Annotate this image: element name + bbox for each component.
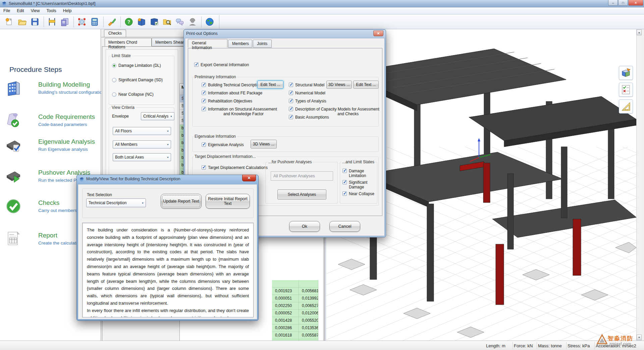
basic-assumptions-checkbox[interactable]: Basic Assumptions bbox=[289, 115, 329, 120]
table-row[interactable]: 0,0002860,013536 bbox=[272, 324, 318, 332]
radio-icon bbox=[112, 78, 116, 82]
table-cell: 0,005520 bbox=[299, 317, 318, 324]
check-circle-icon bbox=[6, 199, 21, 214]
sidebar-item-building-modelling[interactable]: Building Modelling Building's structural… bbox=[5, 80, 99, 104]
cancel-button[interactable]: Cancel bbox=[329, 221, 360, 232]
table-cell: 0,000286 bbox=[272, 324, 299, 332]
numerical-model-checkbox[interactable]: Numerical Model bbox=[289, 91, 325, 95]
radio-significant-damage[interactable]: Significant Damage (SD) bbox=[112, 78, 163, 82]
calculator-button[interactable] bbox=[89, 16, 101, 28]
open-file-button[interactable] bbox=[16, 16, 28, 28]
tab-members[interactable]: Members bbox=[228, 40, 252, 48]
help-button[interactable]: ? bbox=[123, 16, 135, 28]
feedback-button[interactable] bbox=[174, 16, 186, 28]
radio-near-collapse[interactable]: Near Collapse (NC) bbox=[112, 92, 154, 97]
website-button[interactable] bbox=[204, 16, 216, 28]
text-selection-combobox[interactable]: Technical Description ▼ bbox=[86, 199, 146, 207]
verification-button[interactable] bbox=[148, 16, 160, 28]
axes-combobox[interactable]: Both Local Axes ▼ bbox=[113, 153, 171, 161]
edit-text-button[interactable]: Edit Text ... bbox=[257, 81, 283, 89]
radio-selected-icon bbox=[112, 63, 116, 68]
paragraph: The building under consideration is a {N… bbox=[87, 226, 249, 307]
sidebar-item-code-requirements[interactable]: Code Requirements Code-based parameters bbox=[5, 113, 99, 137]
target-displacement-checkbox[interactable]: Target Displacement Calculations bbox=[202, 165, 268, 170]
frame-sections-button[interactable] bbox=[46, 16, 58, 28]
restore-initial-report-text-button[interactable]: Restore Initial Report Text bbox=[206, 194, 250, 209]
floors-combobox[interactable]: All Floors ▼ bbox=[113, 127, 171, 135]
minimize-button[interactable]: – bbox=[608, 0, 618, 6]
search-folder-button[interactable] bbox=[161, 16, 173, 28]
menu-tools[interactable]: Tools bbox=[43, 8, 60, 14]
menu-edit[interactable]: Edit bbox=[13, 8, 28, 14]
building-technical-description-checkbox[interactable]: Building Technical Description bbox=[202, 83, 261, 87]
close-button[interactable]: ✕ bbox=[628, 0, 643, 6]
significant-damage-checkbox[interactable]: Significant Damage bbox=[342, 180, 382, 189]
pushover-analyses-field[interactable]: All Pushover Analyses bbox=[271, 171, 333, 181]
table-row[interactable]: 0,0016180,005587 bbox=[272, 332, 318, 339]
orientation-tool-button[interactable] bbox=[619, 66, 633, 80]
target-displacement-label: Target Displacement Information... bbox=[194, 154, 257, 159]
save-button[interactable] bbox=[29, 16, 41, 28]
maximize-button[interactable]: □ bbox=[618, 0, 628, 6]
eigenvalue-3d-views-button[interactable]: 3D Views ... bbox=[251, 140, 277, 148]
select-analyses-button[interactable]: Select Analyses bbox=[277, 189, 326, 200]
building-pages-icon bbox=[60, 17, 69, 27]
damage-limitation-checkbox[interactable]: Damage Limitation bbox=[342, 169, 382, 178]
checked-checkbox-icon bbox=[342, 191, 347, 196]
radio-damage-limitation[interactable]: Damage Limitation (DL) bbox=[112, 63, 161, 68]
measure-tool-button[interactable] bbox=[619, 99, 633, 114]
capacity-models-checkbox[interactable]: Description of Capacity Models for Asses… bbox=[289, 107, 379, 112]
members-combobox[interactable]: All Members ▼ bbox=[113, 140, 171, 148]
checked-checkbox-icon bbox=[202, 99, 206, 103]
table-row[interactable]: 0,0014280,005520 bbox=[272, 317, 318, 324]
tab-checks[interactable]: Checks bbox=[104, 30, 126, 37]
menu-help[interactable]: Help bbox=[60, 8, 75, 14]
structural-3d-views-button[interactable]: 3D Views ... bbox=[326, 81, 352, 89]
export-general-checkbox[interactable]: Export General Information bbox=[194, 62, 249, 67]
table-row[interactable]: 0,0019230,005681 bbox=[272, 288, 318, 295]
structural-model-checkbox[interactable]: Structural Model bbox=[289, 83, 324, 87]
tab-members-chord-rotations[interactable]: Members Chord Rotations bbox=[105, 38, 152, 46]
fe-package-checkbox[interactable]: Information about FE Package bbox=[202, 91, 262, 95]
status-stress: Stress: kPa bbox=[568, 343, 590, 348]
table-cell: 0,006527 bbox=[299, 302, 318, 310]
eigenvalue-analysis-checkbox[interactable]: Eigenvalue Analysis bbox=[202, 142, 244, 147]
envelope-field[interactable]: Envelope bbox=[111, 112, 140, 120]
checked-checkbox-icon bbox=[342, 180, 347, 184]
sidebar-item-eigenvalue-analysis[interactable]: Eigenvalue Analysis Run Eigenvalue analy… bbox=[5, 137, 99, 162]
table-row[interactable]: 0,0022500,006527 bbox=[272, 302, 318, 310]
save-icon bbox=[30, 17, 40, 27]
table-row[interactable]: 0,0000520,012006 bbox=[272, 310, 318, 317]
3d-model-button[interactable] bbox=[76, 16, 88, 28]
building-modeller-button[interactable] bbox=[59, 16, 71, 28]
technical-description-textarea[interactable]: The building under consideration is a {N… bbox=[82, 223, 254, 317]
structural-assessment-checkbox[interactable]: Information on Structural Assessement bbox=[202, 107, 277, 112]
pushover-analyses-label: ...for Pushover Analyses bbox=[267, 160, 313, 164]
text-selection-label: Text Selection bbox=[87, 192, 112, 197]
table-row[interactable]: 0,0000510,013992 bbox=[272, 295, 318, 302]
tab-general-information[interactable]: General Information bbox=[188, 39, 227, 48]
analysis-combobox[interactable]: Critical Analysis ▼ bbox=[141, 112, 174, 120]
sidebar-title: Procedure Steps bbox=[9, 65, 62, 74]
3d-view-scrollbar[interactable]: ▲ ▼ bbox=[636, 29, 642, 341]
close-icon[interactable]: ✕ bbox=[242, 175, 256, 181]
checks-legend-button[interactable] bbox=[619, 83, 633, 97]
tutorial-button[interactable] bbox=[136, 16, 148, 28]
menu-file[interactable]: File bbox=[0, 8, 13, 14]
support-button[interactable] bbox=[186, 16, 199, 28]
chevron-down-icon: ▼ bbox=[165, 143, 171, 146]
close-icon[interactable]: ✕ bbox=[373, 31, 383, 36]
table-row[interactable] bbox=[272, 280, 318, 288]
refresh-view-button[interactable] bbox=[106, 16, 118, 28]
rehabilitation-objectives-checkbox[interactable]: Rehabilitation Objectives bbox=[202, 99, 252, 103]
types-of-analysis-checkbox[interactable]: Types of Analysis bbox=[289, 99, 326, 103]
update-report-text-button[interactable]: Update Report Text bbox=[161, 194, 202, 209]
ok-button[interactable]: Ok bbox=[289, 221, 320, 232]
watermark-logo-icon bbox=[596, 334, 608, 345]
menu-view[interactable]: View bbox=[28, 8, 43, 14]
scroll-up-button[interactable]: ▲ bbox=[637, 30, 642, 35]
tab-joints[interactable]: Joints bbox=[253, 40, 272, 48]
near-collapse-checkbox[interactable]: Near Collapse bbox=[342, 191, 374, 196]
new-file-button[interactable] bbox=[3, 16, 15, 28]
structural-edit-text-button[interactable]: Edit Text ... bbox=[353, 81, 379, 89]
